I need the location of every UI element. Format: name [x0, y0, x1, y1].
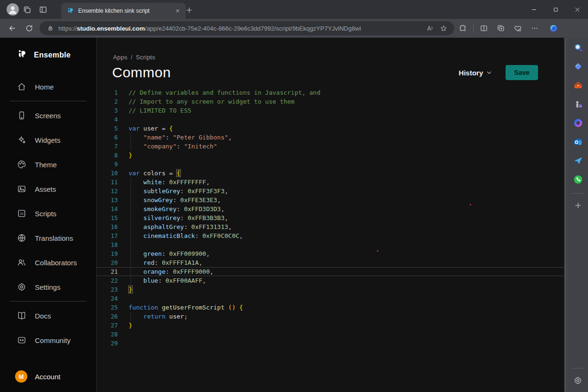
code-line[interactable]: 5var user = {	[97, 124, 564, 133]
code-editor[interactable]: 1// Define variables and functions in Ja…	[97, 88, 567, 348]
sidebar-item-screens[interactable]: Screens	[0, 103, 96, 128]
page-scrollbar[interactable]	[564, 38, 567, 392]
sidebar-item-widgets[interactable]: Widgets	[0, 128, 96, 152]
new-tab-button[interactable]	[183, 5, 195, 15]
favorite-star-icon[interactable]	[437, 22, 449, 34]
code-line[interactable]: 8}	[97, 151, 564, 160]
line-number[interactable]: 13	[97, 196, 118, 204]
code-line[interactable]: 1// Define variables and functions in Ja…	[97, 88, 564, 97]
line-number[interactable]: 24	[97, 295, 118, 302]
line-number[interactable]: 10	[97, 170, 118, 177]
line-number[interactable]: 16	[97, 223, 118, 230]
collections-icon[interactable]	[492, 20, 509, 36]
code-line[interactable]: 29	[97, 339, 564, 348]
sidebar-item-account[interactable]: M Account	[0, 364, 96, 392]
code-line[interactable]: 18	[97, 240, 564, 249]
line-number[interactable]: 25	[97, 304, 118, 311]
line-number[interactable]: 21	[97, 268, 118, 275]
line-number[interactable]: 12	[97, 188, 118, 195]
line-number[interactable]: 18	[97, 241, 118, 248]
history-dropdown[interactable]: History	[459, 69, 493, 77]
code-line[interactable]: 22 blue: 0xFF00AAFF,	[97, 276, 564, 285]
toolbox-icon[interactable]	[571, 78, 585, 92]
save-button[interactable]: Save	[506, 65, 538, 80]
maximize-button[interactable]	[545, 0, 566, 19]
code-line[interactable]: 4	[97, 115, 564, 124]
shopping-icon[interactable]	[571, 59, 585, 74]
sidebar-item-community[interactable]: Community	[0, 328, 96, 352]
refresh-icon[interactable]	[21, 20, 38, 36]
line-number[interactable]: 23	[97, 286, 118, 293]
search-icon[interactable]	[571, 41, 585, 55]
workspaces-icon[interactable]	[19, 2, 35, 17]
code-line[interactable]: 7 "company": "Initech"	[97, 142, 564, 151]
copilot-icon[interactable]	[545, 20, 562, 36]
sidebar-item-docs[interactable]: Docs	[0, 303, 96, 328]
ensemble-brand[interactable]: Ensemble	[0, 38, 96, 63]
sidebar-item-collaborators[interactable]: Collaborators	[0, 250, 96, 275]
code-line[interactable]: 14 smokeGrey: 0xFFD3D3D3,	[97, 204, 564, 213]
read-aloud-icon[interactable]	[423, 22, 435, 34]
more-options-icon[interactable]	[526, 20, 543, 36]
code-line[interactable]: 13 snowGrey: 0xFFE3E3E3,	[97, 196, 564, 204]
line-number[interactable]: 22	[97, 277, 118, 284]
back-icon[interactable]	[4, 20, 21, 36]
line-number[interactable]: 4	[97, 116, 118, 123]
code-line[interactable]: 24	[97, 294, 564, 303]
split-screen-icon[interactable]	[475, 20, 492, 36]
sidebar-item-translations[interactable]: Translations	[0, 226, 96, 250]
line-number[interactable]: 6	[97, 134, 118, 141]
outlook-icon[interactable]	[571, 135, 585, 149]
sidebar-item-theme[interactable]: Theme	[0, 152, 96, 177]
sidebar-item-assets[interactable]: Assets	[0, 177, 96, 201]
sidebar-item-settings[interactable]: Settings	[0, 275, 96, 299]
code-line[interactable]: 28	[97, 330, 564, 339]
code-line[interactable]: 6 "name": "Peter Gibbons",	[97, 133, 564, 142]
minimize-button[interactable]	[523, 0, 545, 19]
code-line[interactable]: 17 cinematicBlack: 0xFF0C0C0C,	[97, 231, 564, 240]
whatsapp-icon[interactable]	[571, 172, 585, 187]
sidebar-item-home[interactable]: Home	[0, 74, 96, 99]
line-number[interactable]: 26	[97, 313, 118, 320]
close-window-button[interactable]	[566, 0, 588, 19]
code-line[interactable]: 15 silverGrey: 0xFFB3B3B3,	[97, 213, 564, 222]
browser-essentials-icon[interactable]	[509, 20, 526, 36]
address-bar[interactable]: https://studio.ensembleui.com/app/e24402…	[40, 21, 454, 35]
add-sidebar-app-icon[interactable]	[571, 198, 585, 212]
edge-settings-gear-icon[interactable]	[571, 373, 585, 387]
line-number[interactable]: 8	[97, 152, 118, 159]
sidebar-item-scripts[interactable]: JSScripts	[0, 201, 96, 226]
code-line[interactable]: 27}	[97, 321, 564, 330]
code-line[interactable]: 16 asphaltGrey: 0xFF131313,	[97, 222, 564, 231]
code-line[interactable]: 2// Import to any screen or widget to us…	[97, 97, 564, 106]
line-number[interactable]: 29	[97, 340, 118, 347]
breadcrumb-apps[interactable]: Apps	[113, 54, 127, 61]
tab-close-icon[interactable]	[173, 7, 182, 15]
extensions-icon[interactable]	[454, 20, 471, 36]
line-number[interactable]: 5	[97, 125, 118, 132]
line-number[interactable]: 1	[97, 89, 118, 96]
line-number[interactable]: 14	[97, 205, 118, 212]
code-line[interactable]: 9	[97, 160, 564, 169]
games-icon[interactable]	[571, 97, 585, 111]
code-line[interactable]: 19 green: 0xFF009900,	[97, 249, 564, 258]
profile-avatar-icon[interactable]	[7, 3, 19, 16]
line-number[interactable]: 9	[97, 161, 118, 168]
code-line-active[interactable]: 21 orange: 0xFFFF9000,	[97, 267, 564, 276]
microsoft-365-icon[interactable]	[571, 116, 585, 130]
line-number[interactable]: 20	[97, 259, 118, 266]
line-number[interactable]: 19	[97, 250, 118, 257]
line-number[interactable]: 11	[97, 179, 118, 186]
line-number[interactable]: 3	[97, 107, 118, 114]
code-line[interactable]: 20 red: 0xFFFF1A1A,	[97, 258, 564, 267]
code-line[interactable]: 12 subtleGrey: 0xFFF3F3F3,	[97, 187, 564, 196]
line-number[interactable]: 17	[97, 232, 118, 239]
code-line[interactable]: 23}	[97, 285, 564, 294]
line-number[interactable]: 15	[97, 214, 118, 221]
code-line[interactable]: 25function getUserFromScript () {	[97, 303, 564, 312]
code-line[interactable]: 26 return user;	[97, 312, 564, 321]
browser-tab[interactable]: Ensemble kitchen sink script	[61, 3, 186, 19]
line-number[interactable]: 2	[97, 98, 118, 105]
code-line[interactable]: 3// LIMITED TO ES5	[97, 106, 564, 115]
code-line[interactable]: 11 white: 0xFFFFFFFF,	[97, 178, 564, 187]
